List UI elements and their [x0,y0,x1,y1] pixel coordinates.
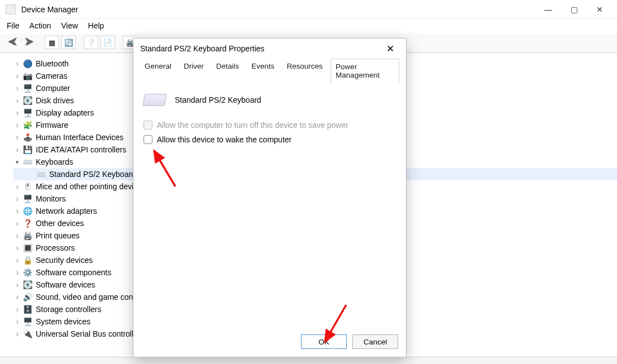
chevron-right-icon[interactable] [13,182,21,191]
chevron-right-icon[interactable] [13,219,21,228]
tree-node-label: Software components [36,268,111,277]
chevron-right-icon[interactable] [13,71,21,80]
device-icon: 🖥️ [22,194,32,204]
toolbar-showhide-icon[interactable]: ▦ [45,36,59,49]
tab-general[interactable]: General [140,59,176,83]
menu-help[interactable]: Help [88,21,104,30]
chevron-right-icon[interactable] [13,96,21,105]
tree-node-label: Monitors [36,194,66,203]
device-icon: 💽 [22,95,32,106]
device-icon: 🕹️ [22,132,32,142]
toolbar-help-icon[interactable]: ❔ [84,36,98,49]
tree-node-label: Print queues [36,231,80,240]
chevron-right-icon[interactable] [13,59,21,68]
tree-node-label: Processors [36,243,75,252]
option-label: Allow the computer to turn off this devi… [157,121,348,130]
tab-details[interactable]: Details [212,59,243,83]
chevron-right-icon[interactable] [13,145,21,154]
chevron-right-icon[interactable] [13,133,21,142]
chevron-right-icon[interactable] [13,207,21,215]
chevron-right-icon[interactable] [13,121,21,130]
chevron-right-icon[interactable] [13,243,21,252]
tree-node-label: Standard PS/2 Keyboard [49,170,136,179]
tree-node-label: Software devices [36,280,95,289]
device-icon: 🔳 [22,243,32,253]
menu-action[interactable]: Action [30,21,51,30]
chevron-right-icon[interactable] [13,84,21,93]
cancel-button[interactable]: Cancel [352,334,398,349]
toolbar-scan-icon[interactable]: 🔄 [61,36,76,49]
tab-driver[interactable]: Driver [179,59,208,83]
device-icon: 🔒 [22,255,32,265]
tree-node-label: Disk drives [36,96,74,105]
device-icon: 💽 [22,280,32,290]
chevron-right-icon[interactable] [13,108,21,117]
chevron-right-icon[interactable] [13,231,21,240]
device-icon: 🖥️ [22,317,32,327]
option-allow-wake[interactable]: Allow this device to wake the computer [144,135,396,144]
device-icon: 🔌 [22,329,32,339]
tree-node-label: IDE ATA/ATAPI controllers [36,145,126,154]
chevron-right-icon[interactable] [13,317,21,326]
chevron-right-icon[interactable] [13,305,21,314]
device-icon: 📷 [22,71,32,81]
device-icon: ⌨️ [36,169,46,179]
device-icon: 🖥️ [22,108,32,118]
dialog-title: Standard PS/2 Keyboard Properties [140,44,265,53]
chevron-right-icon[interactable] [13,194,21,203]
properties-dialog: Standard PS/2 Keyboard Properties ✕ Gene… [133,38,406,357]
checkbox-allow-turn-off [144,121,152,130]
chevron-right-icon[interactable] [13,256,21,265]
device-icon: 🌐 [22,206,32,216]
tree-node-label: Universal Serial Bus controllers [36,329,145,338]
device-icon: 🖱️ [22,181,32,191]
keyboard-icon [142,94,167,106]
menu-file[interactable]: File [7,21,20,30]
tree-node-label: Display adapters [36,108,94,117]
option-allow-turn-off: Allow the computer to turn off this devi… [144,121,396,130]
device-icon: 💾 [22,145,32,155]
tree-node-label: System devices [36,317,90,326]
tree-node-label: Human Interface Devices [36,133,123,142]
statusbar [0,357,617,364]
tab-power-management[interactable]: Power Management [331,59,399,83]
tree-node-label: Bluetooth [36,59,69,68]
back-button[interactable]: ⮜ [6,36,20,49]
maximize-button[interactable]: ▢ [561,1,587,18]
device-icon: 🖨️ [22,231,32,241]
device-icon: ⌨️ [22,157,32,167]
tree-node-label: Security devices [36,256,93,265]
device-icon: ❓ [22,218,32,228]
device-icon: ⚙️ [22,267,32,277]
tab-events[interactable]: Events [247,59,279,83]
tree-node-label: Computer [36,84,70,93]
chevron-down-icon[interactable] [13,159,21,166]
chevron-right-icon[interactable] [13,329,21,338]
titlebar: Device Manager — ▢ ✕ [0,0,617,19]
app-icon [6,4,16,15]
menu-view[interactable]: View [61,21,78,30]
tab-power-management: Standard PS/2 Keyboard Allow the compute… [133,84,406,329]
dialog-tabs: GeneralDriverDetailsEventsResourcesPower… [133,59,406,84]
device-icon: 🧩 [22,120,32,130]
toolbar-props-icon[interactable]: 📄 [101,36,115,49]
chevron-right-icon[interactable] [13,293,21,301]
checkbox-allow-wake[interactable] [144,135,152,144]
ok-button[interactable]: OK [301,334,347,349]
chevron-right-icon[interactable] [13,280,21,289]
tree-node-label: Other devices [36,219,84,228]
forward-button[interactable]: ⮞ [22,36,37,49]
device-name: Standard PS/2 Keyboard [175,95,261,104]
tree-node-label: Network adapters [36,207,97,215]
tab-resources[interactable]: Resources [283,59,328,83]
minimize-button[interactable]: — [535,1,561,18]
device-icon: 🔊 [22,292,32,302]
close-button[interactable]: ✕ [587,1,613,18]
chevron-right-icon[interactable] [13,268,21,277]
tree-node-label: Cameras [36,71,68,80]
device-icon: 🖥️ [22,83,32,93]
dialog-close-button[interactable]: ✕ [381,41,399,56]
device-icon: 🗄️ [22,304,32,314]
tree-node-label: Storage controllers [36,305,102,314]
tree-node-label: Firmware [36,121,68,130]
